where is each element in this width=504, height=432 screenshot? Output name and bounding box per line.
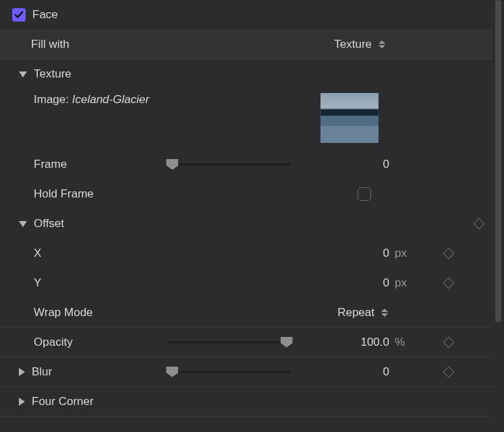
- frame-value[interactable]: 0: [383, 158, 389, 171]
- offset-y-label: Y: [34, 276, 41, 290]
- disclosure-right-icon[interactable]: [19, 398, 25, 406]
- wrap-mode-row: Wrap Mode Repeat: [0, 298, 493, 328]
- offset-y-row: Y 0 px: [0, 268, 493, 298]
- keyframe-diamond-icon[interactable]: [474, 218, 485, 230]
- image-name: Iceland-Glacier: [72, 93, 149, 106]
- blur-row: Blur 0: [0, 357, 493, 387]
- frame-slider[interactable]: [169, 158, 290, 171]
- fill-with-value[interactable]: Texture: [334, 38, 372, 51]
- disclosure-down-icon[interactable]: [19, 71, 27, 78]
- fill-with-row: Fill with Texture: [0, 30, 493, 59]
- opacity-row: Opacity 100.0 %: [0, 328, 493, 357]
- opacity-slider[interactable]: [169, 336, 290, 349]
- offset-x-unit: px: [395, 247, 407, 260]
- four-corner-label: Four Corner: [32, 395, 94, 408]
- texture-image-row: Image: Iceland-Glacier: [0, 89, 493, 150]
- frame-row: Frame 0: [0, 150, 493, 179]
- offset-x-row: X 0 px: [0, 239, 493, 268]
- hold-frame-label: Hold Frame: [34, 187, 94, 201]
- keyframe-diamond-icon[interactable]: [443, 248, 455, 259]
- frame-label: Frame: [34, 158, 67, 171]
- fill-with-label: Fill with: [31, 38, 69, 51]
- hold-frame-checkbox[interactable]: [358, 187, 371, 201]
- section-face-title: Face: [32, 8, 58, 22]
- keyframe-diamond-icon[interactable]: [443, 336, 455, 348]
- blur-label: Blur: [32, 365, 52, 379]
- disclosure-down-icon[interactable]: [19, 221, 27, 227]
- image-label: Image:: [34, 93, 69, 106]
- hold-frame-row: Hold Frame: [0, 179, 493, 209]
- texture-group-label: Texture: [34, 67, 72, 81]
- image-well[interactable]: [320, 93, 379, 143]
- wrap-mode-label: Wrap Mode: [34, 306, 93, 319]
- texture-group-header[interactable]: Texture: [0, 59, 493, 89]
- keyframe-diamond-icon[interactable]: [443, 278, 455, 289]
- section-face-header[interactable]: Face: [0, 0, 493, 30]
- blur-value[interactable]: 0: [383, 365, 389, 379]
- offset-x-value[interactable]: 0: [383, 247, 389, 260]
- opacity-label: Opacity: [34, 336, 73, 349]
- wrap-mode-value[interactable]: Repeat: [337, 306, 374, 319]
- disclosure-right-icon[interactable]: [19, 368, 25, 376]
- checkbox-face-enabled[interactable]: [12, 8, 26, 22]
- offset-y-unit: px: [395, 276, 407, 290]
- offset-x-label: X: [34, 247, 41, 260]
- updown-icon[interactable]: [380, 309, 389, 317]
- offset-group-label: Offset: [34, 217, 64, 230]
- offset-y-value[interactable]: 0: [383, 276, 389, 290]
- four-corner-row[interactable]: Four Corner: [0, 387, 493, 416]
- blur-slider[interactable]: [169, 365, 290, 379]
- checkmark-icon: [14, 10, 24, 20]
- keyframe-diamond-icon[interactable]: [443, 366, 455, 377]
- offset-group-header[interactable]: Offset: [0, 209, 493, 239]
- opacity-unit: %: [395, 336, 405, 349]
- scrollbar[interactable]: [495, 0, 501, 322]
- opacity-value[interactable]: 100.0: [360, 336, 389, 349]
- updown-icon[interactable]: [377, 40, 387, 49]
